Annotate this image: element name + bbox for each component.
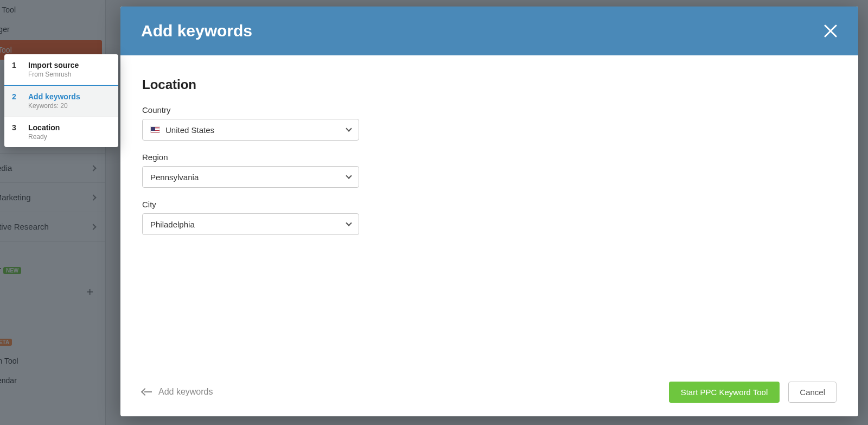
step-title: Import source [28, 61, 79, 69]
step-sub: From Semrush [28, 71, 79, 78]
step-number: 2 [12, 92, 21, 110]
cancel-button[interactable]: Cancel [788, 382, 837, 403]
chevron-down-icon [346, 220, 352, 226]
modal-footer: Add keywords Start PPC Keyword Tool Canc… [120, 367, 858, 416]
location-section-title: Location [142, 77, 837, 92]
close-icon[interactable] [824, 24, 838, 38]
region-field: Region Pennsylvania [142, 153, 837, 188]
us-flag-icon [150, 126, 160, 133]
city-field: City Philadelphia [142, 200, 837, 235]
region-select[interactable]: Pennsylvania [142, 166, 359, 188]
step-number: 1 [12, 61, 21, 78]
step-title: Add keywords [28, 92, 80, 101]
step-number: 3 [12, 123, 21, 141]
modal-body: Location Country United States Region Pe… [120, 55, 858, 235]
region-value: Pennsylvania [150, 173, 199, 182]
country-field: Country United States [142, 105, 837, 141]
region-label: Region [142, 153, 837, 162]
step-import-source[interactable]: 1 Import source From Semrush [4, 54, 118, 85]
step-add-keywords[interactable]: 2 Add keywords Keywords: 20 [4, 86, 118, 117]
step-title: Location [28, 123, 60, 132]
wizard-stepper: 1 Import source From Semrush 2 Add keywo… [4, 54, 118, 147]
arrow-left-icon [142, 389, 152, 395]
step-location[interactable]: 3 Location Ready [4, 117, 118, 147]
add-keywords-modal: Add keywords Location Country United Sta… [120, 7, 858, 416]
back-label: Add keywords [158, 387, 213, 397]
country-value: United States [165, 125, 214, 135]
city-label: City [142, 200, 837, 209]
chevron-down-icon [346, 173, 352, 179]
step-sub: Ready [28, 133, 60, 141]
country-select[interactable]: United States [142, 119, 359, 141]
modal-title: Add keywords [141, 22, 252, 40]
chevron-down-icon [346, 125, 352, 131]
country-label: Country [142, 105, 837, 115]
start-ppc-keyword-tool-button[interactable]: Start PPC Keyword Tool [669, 382, 780, 403]
city-value: Philadelphia [150, 220, 195, 229]
modal-header: Add keywords [120, 7, 858, 55]
step-sub: Keywords: 20 [28, 102, 80, 110]
back-add-keywords[interactable]: Add keywords [142, 387, 213, 397]
city-select[interactable]: Philadelphia [142, 213, 359, 235]
